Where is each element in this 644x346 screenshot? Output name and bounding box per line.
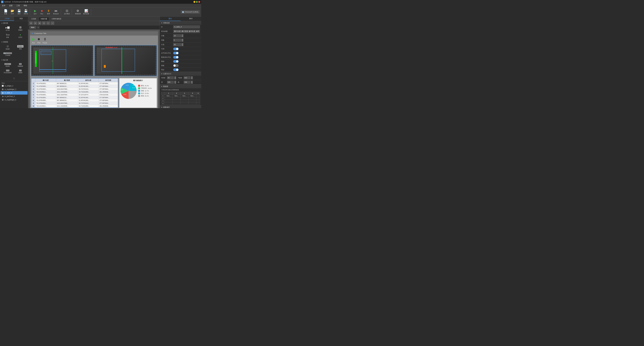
table-cell-0-0[interactable]: 731.97553053... [36, 82, 56, 85]
prop-section-possize-header[interactable]: ▼ 位置与大小 [160, 72, 201, 76]
tab-ui-script[interactable]: UI脚本编辑器 [50, 17, 63, 21]
table-row[interactable]: 5730.23105911...1011.24343939...54.71533… [32, 91, 118, 93]
table-cell-8-0[interactable]: 730.23105911... [36, 105, 56, 107]
toolbox-item-imgframe[interactable]: 🖼 图像框 [14, 25, 26, 32]
sub-btn-2[interactable]: ⊟ [34, 22, 37, 25]
table-cell-0-1[interactable]: 997.98596219... [56, 82, 78, 85]
menu-settings[interactable]: 设置 [8, 4, 14, 8]
table-cell-7-2[interactable]: 50.723764310... [78, 102, 98, 105]
saveas-button[interactable]: 💾 另存为 [23, 9, 29, 15]
table-row[interactable]: 9731.97553055...1010.60247880...50.72376… [32, 102, 118, 105]
prop-input-id[interactable] [173, 25, 200, 28]
varset-button[interactable]: ⚙ 变量设置 [74, 9, 82, 15]
prop-toggle-replace[interactable] [173, 64, 178, 67]
sub-btn-5[interactable]: ⊢ [46, 22, 50, 25]
ds-cell-2-1[interactable] [172, 100, 180, 102]
x-spinner-down[interactable]: ▼ [174, 78, 176, 79]
menu-tools[interactable]: 工具 [16, 4, 21, 8]
prop-input-cols[interactable] [173, 39, 181, 42]
prop-toggle-grid[interactable] [173, 60, 178, 63]
table-cell-1-1[interactable]: 997.98596219... [56, 85, 78, 88]
rows-spinner-up[interactable]: ▲ [182, 34, 184, 36]
add-canvas-tab[interactable]: + [37, 26, 40, 29]
table-cell-6-0[interactable]: 731.97553055... [36, 99, 56, 102]
layer-item-imgwidget3[interactable]: 🖼 m_imgWidget_3 [0, 88, 28, 91]
cols-spinner-up[interactable]: ▲ [182, 39, 184, 40]
ds-cell-3-2[interactable] [180, 102, 188, 105]
design-canvas[interactable]: ⊕ Customize Title ▶ Run ■ Stop [28, 30, 160, 108]
table-row[interactable]: 10730.23105911...1011.24343939...54.7153… [32, 105, 118, 107]
table-row[interactable]: 4731.97553055...1010.60247880...50.72376… [32, 88, 118, 91]
run-button[interactable]: ▶ 运行 [32, 9, 38, 15]
table-cell-8-1[interactable]: 1011.24343939... [56, 105, 78, 107]
y-spinner-down[interactable]: ▼ [191, 78, 193, 79]
canvas-pause-btn[interactable]: ⏸ Pause [43, 37, 47, 44]
ds-cell-1-1[interactable] [172, 97, 180, 100]
runmode-button[interactable]: ⊡ 运行模式 [63, 9, 71, 15]
table-cell-3-1[interactable]: 1011.24343939... [56, 91, 78, 93]
tab-properties[interactable]: 属性 [160, 17, 180, 21]
sub-btn-6[interactable]: ⊣ [51, 22, 54, 25]
h-spinner-down[interactable]: ▼ [191, 82, 193, 84]
y-spinner-up[interactable]: ▲ [191, 76, 193, 78]
ds-cell-3-3[interactable] [188, 102, 196, 105]
ds-cell-3-0[interactable] [164, 102, 172, 105]
table-cell-8-2[interactable]: 54.715331855... [78, 105, 98, 107]
prop-toggle-hscroll[interactable] [173, 52, 178, 54]
toolbox-item-floatspinbox[interactable]: 0.00 浮点型选值框 [2, 69, 14, 75]
ds-cell-3-4[interactable] [196, 102, 200, 105]
pause-button[interactable]: ⏸ 暂停 [46, 9, 52, 15]
section-inputs-header[interactable]: ▼ 输入框 [0, 58, 28, 62]
table-cell-5-2[interactable]: 51.597461381... [78, 96, 98, 99]
new-button[interactable]: 📄 新建 [3, 9, 8, 15]
scroll-down-icon[interactable]: ⊙ [13, 77, 15, 80]
canvas-stop-btn[interactable]: ■ Stop [37, 37, 40, 44]
tab-toolbox[interactable]: 工具箱 [0, 17, 14, 21]
table-cell-1-3[interactable]: 277.8876964... [98, 85, 118, 88]
minimize-button[interactable]: ─ [194, 1, 195, 3]
table-row[interactable]: 2731.97553053...997.98596219...51.597461… [32, 82, 118, 85]
ds-cell-0-3[interactable]: Vars... [188, 95, 196, 97]
table-row[interactable]: 3731.97553055...997.98596219...51.597461… [32, 85, 118, 88]
save-button[interactable]: 💾 保存 [16, 9, 22, 15]
toolbox-item-checkbox[interactable]: ☑ 复选框 [2, 44, 14, 51]
cols-spinner-down[interactable]: ▼ [182, 40, 184, 42]
displayset-button[interactable]: 📊 显示设置 [82, 9, 90, 15]
table-cell-0-2[interactable]: 51.597461381... [78, 82, 98, 85]
open-button[interactable]: 📂 打开 [10, 9, 15, 15]
layer-item-imgwidget6[interactable]: 🖼 m_imgWidget_6 [0, 98, 28, 102]
steprun-button[interactable]: ⏭ 单步运行 [52, 9, 60, 15]
table-cell-5-1[interactable]: 997.98596219... [56, 96, 78, 99]
table-row[interactable]: 7731.97553055...997.98596219...51.597461… [32, 96, 118, 99]
rowheight-spinner-down[interactable]: ▼ [182, 45, 184, 46]
menu-help[interactable]: 帮助 [23, 4, 28, 8]
ds-cell-1-0[interactable] [164, 97, 172, 100]
table-cell-3-0[interactable]: 730.23105911... [36, 91, 56, 93]
pos-input-h[interactable] [184, 81, 190, 84]
language-selector[interactable]: 🔤 Chinese|中文(简体) [181, 10, 200, 14]
table-cell-4-2[interactable]: 57.237129747... [78, 93, 98, 96]
table-cell-2-0[interactable]: 731.97553055... [36, 88, 56, 91]
section-buttons-header[interactable]: ▼ 按钮组 [0, 40, 28, 44]
toolbox-item-lineedit[interactable]: ab 线编辑框 [14, 62, 26, 68]
prop-input-header[interactable] [173, 30, 200, 33]
w-spinner-down[interactable]: ▼ [174, 82, 176, 84]
prop-input-rowheight[interactable] [173, 43, 181, 46]
table-cell-2-3[interactable]: 277.8876964... [98, 88, 118, 91]
prop-input-rows[interactable] [173, 34, 181, 37]
sub-btn-4[interactable]: ⊡ [42, 22, 46, 25]
ds-cell-2-3[interactable] [188, 100, 196, 102]
rows-spinner-down[interactable]: ▼ [182, 36, 184, 37]
layer-item-widget2[interactable]: ⬜ m_widget_2 [0, 84, 28, 88]
ds-cell-1-4[interactable] [196, 97, 200, 100]
ds-cell-1-3[interactable] [188, 97, 196, 100]
table-cell-2-1[interactable]: 1010.60247880... [56, 88, 78, 91]
maximize-button[interactable]: □ [196, 1, 198, 3]
table-cell-6-1[interactable]: 997.98596219... [56, 99, 78, 102]
toolbox-item-label[interactable]: Text 标签 [2, 33, 14, 39]
sub-btn-3[interactable]: ⊠ [38, 22, 41, 25]
table-cell-7-3[interactable]: 277.8876964... [98, 102, 118, 105]
table-cell-1-2[interactable]: 51.597461381... [78, 85, 98, 88]
table-cell-3-2[interactable]: 54.715331855... [78, 91, 98, 93]
rowheight-spinner-up[interactable]: ▲ [182, 43, 184, 45]
